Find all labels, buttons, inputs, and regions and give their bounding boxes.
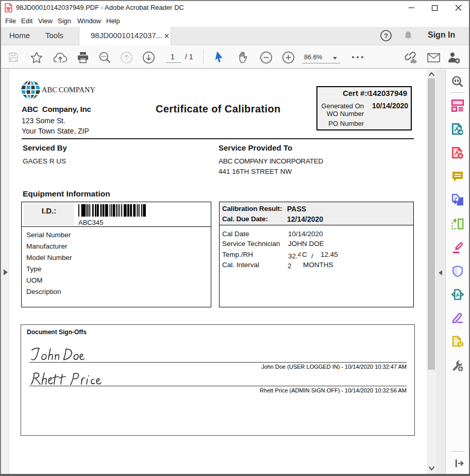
svg-text:?: ?	[384, 32, 388, 40]
